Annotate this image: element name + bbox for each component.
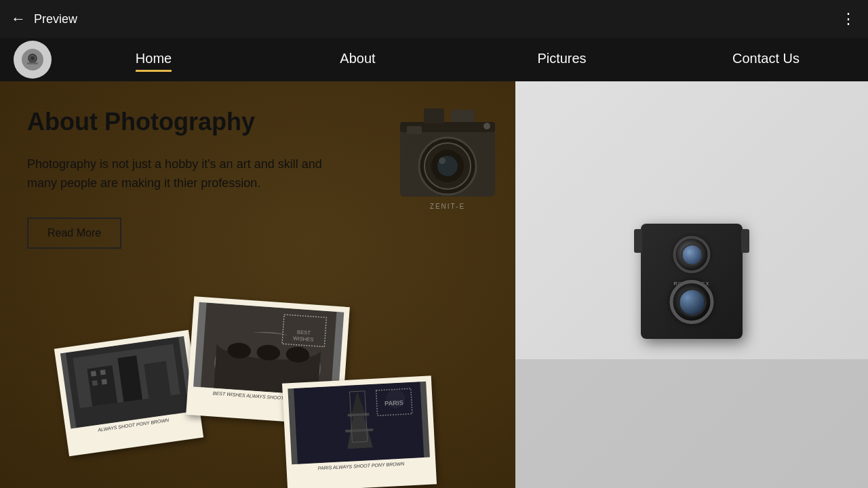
svg-point-12 (439, 157, 446, 164)
polaroid-3: PARIS PARIS ALWAYS SHOOT PONY BROWN (282, 375, 437, 488)
nav-links: Home About Pictures Contact Us (52, 38, 868, 81)
nav-logo (14, 41, 52, 79)
hero-title: About Photography (27, 108, 353, 136)
nav-item-pictures[interactable]: Pictures (460, 38, 664, 81)
nav-link-about: About (340, 51, 375, 69)
tlr-viewfinder-lens (673, 236, 711, 273)
top-bar: ← Preview ⋮ (0, 0, 868, 38)
hero-description: Photography is not just a hobby it's an … (27, 155, 353, 194)
tlr-knob-right (741, 229, 749, 253)
right-panel-bottom (515, 359, 868, 488)
tlr-camera-body: ROLLEIFLEX (641, 224, 743, 339)
nav-item-contact[interactable]: Contact Us (664, 38, 868, 81)
svg-rect-7 (451, 110, 475, 122)
nav-link-contact: Contact Us (732, 51, 800, 69)
read-more-button[interactable]: Read More (27, 218, 121, 249)
preview-title: Preview (34, 12, 77, 26)
svg-rect-21 (91, 371, 96, 376)
tlr-knob-left (634, 229, 642, 253)
main-content: ZENIT-E About Photography Photography is… (0, 81, 868, 488)
svg-text:BEST: BEST (297, 329, 311, 336)
nav-item-home[interactable]: Home (52, 38, 256, 81)
svg-text:PARIS: PARIS (384, 399, 403, 407)
svg-point-2 (31, 56, 35, 60)
zenit-camera: ZENIT-E (387, 95, 509, 230)
svg-rect-3 (27, 62, 38, 64)
svg-text:ZENIT-E: ZENIT-E (430, 203, 465, 210)
polaroid-image-3: PARIS (288, 382, 430, 464)
nav-bar: Home About Pictures Contact Us (0, 38, 868, 81)
svg-rect-6 (424, 108, 444, 123)
text-overlay: About Photography Photography is not jus… (27, 108, 353, 249)
tlr-camera: ROLLEIFLEX (641, 224, 743, 346)
svg-point-15 (484, 123, 490, 129)
tlr-taking-lens (670, 280, 714, 324)
right-panel: ROLLEIFLEX (515, 81, 868, 488)
svg-rect-24 (102, 379, 107, 384)
left-panel: ZENIT-E About Photography Photography is… (0, 81, 515, 488)
nav-link-pictures: Pictures (537, 51, 586, 69)
nav-item-about[interactable]: About (256, 38, 460, 81)
svg-rect-22 (100, 369, 106, 375)
back-button[interactable]: ← (11, 10, 26, 28)
more-options-button[interactable]: ⋮ (841, 10, 857, 28)
polaroid-1: ALWAYS SHOOT PONY BROWN (54, 330, 203, 456)
svg-rect-23 (92, 380, 98, 386)
nav-link-home: Home (136, 51, 172, 69)
svg-rect-14 (407, 126, 422, 134)
